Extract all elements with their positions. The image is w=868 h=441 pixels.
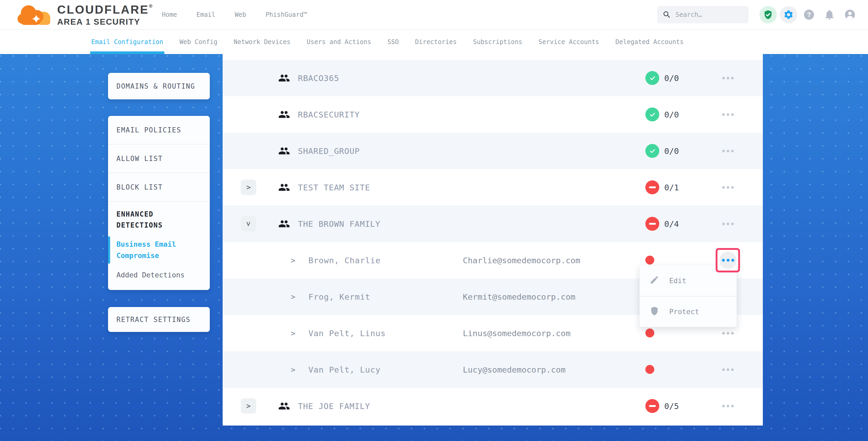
sidebar-item-email-policies[interactable]: EMAIL POLICIES (108, 116, 210, 145)
tab-network-devices[interactable]: Network Devices (234, 30, 290, 54)
protected-count: 0/5 (664, 401, 679, 411)
row-actions-menu-button[interactable] (722, 366, 734, 374)
status-dot-red (645, 256, 654, 264)
member-chevron-icon: > (291, 329, 295, 338)
nav-email[interactable]: Email (196, 11, 215, 18)
group-row: SHARED_GROUP 0/0 (223, 133, 763, 169)
member-name: Van Pelt, Lucy (308, 365, 380, 374)
member-chevron-icon: > (291, 292, 295, 301)
member-chevron-icon: > (291, 365, 295, 374)
member-email: Charlie@somedemocorp.com (463, 256, 580, 265)
protected-count: 0/0 (664, 73, 679, 83)
menu-item-label: Edit (669, 277, 686, 285)
member-chevron-icon: > (291, 256, 295, 265)
group-name: THE JOE FAMILY (298, 401, 370, 411)
settings-gear-icon[interactable] (780, 6, 797, 23)
cloudflare-cloud-icon (17, 4, 53, 25)
tab-service-accounts[interactable]: Service Accounts (539, 30, 599, 54)
group-people-icon (278, 400, 290, 412)
group-name: THE BROWN FAMILY (298, 219, 380, 229)
status-dot-red (645, 328, 654, 338)
group-name: RBACO365 (298, 73, 339, 83)
shield-check-icon[interactable] (760, 6, 777, 23)
tab-subscriptions[interactable]: Subscriptions (473, 30, 522, 54)
group-people-icon (278, 72, 290, 84)
content-background: DOMAINS & ROUTING EMAIL POLICIESALLOW LI… (0, 54, 868, 441)
groups-table: RBACO365 0/0 RBACSECURITY 0/0 SHARED_GRO… (223, 54, 763, 424)
row-actions-menu-button[interactable] (722, 74, 734, 82)
row-context-menu: EditProtect (639, 265, 737, 327)
status-ok-badge (645, 144, 659, 158)
retract-settings-label: RETRACT SETTINGS (117, 316, 190, 323)
row-actions-menu-button[interactable] (722, 220, 734, 228)
sidebar-item-allow-list[interactable]: ALLOW LIST (108, 145, 210, 173)
notifications-bell-icon[interactable] (821, 6, 838, 23)
row-actions-menu-button[interactable] (719, 251, 737, 269)
svg-text:?: ? (807, 11, 811, 18)
row-actions-menu-button[interactable] (722, 147, 734, 155)
top-header: CLOUDFLARE® AREA 1 SECURITY HomeEmailWeb… (0, 0, 868, 30)
group-people-icon (278, 145, 290, 157)
member-row: > Van Pelt, Lucy Lucy@somedemocorp.com (223, 351, 763, 388)
shield-icon (650, 306, 659, 317)
status-ok-badge (645, 71, 659, 85)
group-row: TEST TEAM SITE 0/1 > (223, 169, 763, 206)
group-row: THE JOE FAMILY 0/5 > (223, 388, 763, 424)
row-actions-menu-button[interactable] (722, 111, 734, 119)
menu-item-protect[interactable]: Protect (640, 296, 737, 327)
sidebar-card-policies: EMAIL POLICIESALLOW LISTBLOCK LIST ENHAN… (108, 116, 210, 290)
nav-web[interactable]: Web (235, 11, 246, 18)
group-name: TEST TEAM SITE (298, 183, 370, 192)
protected-count: 0/0 (664, 110, 679, 119)
group-people-icon (278, 218, 290, 230)
help-icon[interactable]: ? (800, 6, 818, 23)
sidebar-card-retract-settings[interactable]: RETRACT SETTINGS (108, 307, 210, 332)
search-icon (662, 10, 671, 19)
row-actions-menu-button[interactable] (722, 184, 734, 191)
member-email: Kermit@somedemocorp.com (463, 292, 575, 302)
sidebar-item-block-list[interactable]: BLOCK LIST (108, 173, 210, 201)
group-row: RBACSECURITY 0/0 (223, 96, 763, 133)
groups-table-panel: RBACO365 0/0 RBACSECURITY 0/0 SHARED_GRO… (223, 54, 763, 426)
enhanced-detections-section: ENHANCED DETECTIONS Business Email Compr… (108, 201, 210, 281)
member-name: Frog, Kermit (308, 292, 370, 302)
status-blocked-badge (645, 217, 659, 231)
group-name: RBACSECURITY (298, 110, 360, 119)
user-avatar-icon[interactable] (841, 6, 859, 23)
group-people-icon (278, 182, 290, 193)
sidebar-item-added-detections[interactable]: Added Detections (117, 269, 195, 281)
row-actions-menu-button[interactable] (722, 402, 734, 410)
primary-nav: HomeEmailWebPhishGuard™ (162, 11, 307, 18)
tab-delegated-accounts[interactable]: Delegated Accounts (616, 30, 684, 54)
menu-item-edit[interactable]: Edit (640, 265, 737, 296)
domains-routing-label: DOMAINS & ROUTING (117, 82, 195, 90)
tab-web-config[interactable]: Web Config (180, 30, 218, 54)
enhanced-detections-title: ENHANCED DETECTIONS (117, 209, 195, 231)
search-box[interactable] (657, 6, 748, 23)
protected-count: 0/4 (664, 219, 679, 229)
protected-count: 0/0 (664, 146, 679, 156)
tab-directories[interactable]: Directories (415, 30, 457, 54)
row-actions-menu-button[interactable] (722, 329, 734, 337)
tab-email-configuration[interactable]: Email Configuration (91, 30, 163, 54)
brand-tagline: AREA 1 SECURITY (57, 18, 152, 26)
cloudflare-logo: CLOUDFLARE® AREA 1 SECURITY (17, 4, 152, 26)
tab-sso[interactable]: SSO (387, 30, 399, 54)
group-row: RBACO365 0/0 (223, 60, 763, 96)
sidebar-card-domains-routing[interactable]: DOMAINS & ROUTING (108, 73, 210, 99)
nav-phishguard[interactable]: PhishGuard™ (266, 11, 307, 18)
search-input[interactable] (676, 11, 743, 18)
expand-group-button[interactable]: > (241, 180, 256, 195)
app-root: CLOUDFLARE® AREA 1 SECURITY HomeEmailWeb… (0, 0, 868, 441)
header-icon-group: ? (760, 6, 859, 23)
secondary-nav: Email ConfigurationWeb ConfigNetwork Dev… (0, 30, 868, 54)
tab-users-and-actions[interactable]: Users and Actions (307, 30, 371, 54)
collapse-group-button[interactable]: > (241, 216, 256, 231)
nav-home[interactable]: Home (162, 11, 177, 18)
status-blocked-badge (645, 399, 659, 413)
sidebar-item-business-email-compromise[interactable]: Business Email Compromise (117, 239, 195, 261)
menu-item-label: Protect (669, 308, 699, 316)
expand-group-button[interactable]: > (241, 398, 256, 414)
registered-mark: ® (149, 3, 152, 9)
group-name: SHARED_GROUP (298, 146, 360, 156)
